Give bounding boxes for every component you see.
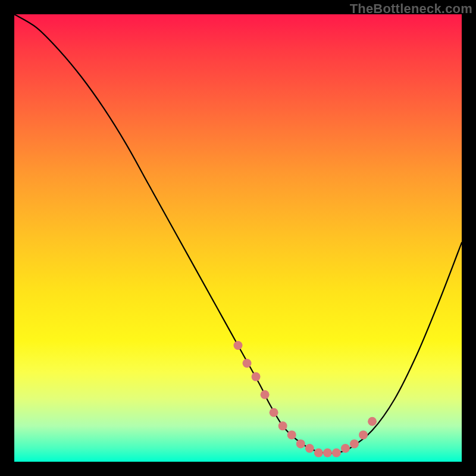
highlight-markers: [234, 341, 377, 457]
highlight-dot: [305, 444, 314, 453]
highlight-dot: [368, 417, 377, 426]
highlight-dot: [278, 421, 287, 430]
watermark-label: TheBottleneck.com: [350, 1, 472, 17]
highlight-dot: [252, 372, 261, 381]
highlight-dot: [234, 341, 243, 350]
highlight-dot: [350, 439, 359, 448]
highlight-dot: [261, 390, 270, 399]
chart-content: [14, 14, 462, 457]
highlight-dot: [323, 448, 332, 457]
highlight-dot: [287, 430, 296, 439]
bottleneck-curve-path: [14, 14, 462, 453]
highlight-dot: [314, 448, 323, 457]
highlight-dot: [296, 439, 305, 448]
highlight-dot: [332, 448, 341, 457]
highlight-dot: [243, 359, 252, 368]
highlight-dot: [341, 444, 350, 453]
highlight-dot: [359, 430, 368, 439]
highlight-dot: [270, 408, 278, 417]
bottleneck-chart: [0, 0, 476, 476]
